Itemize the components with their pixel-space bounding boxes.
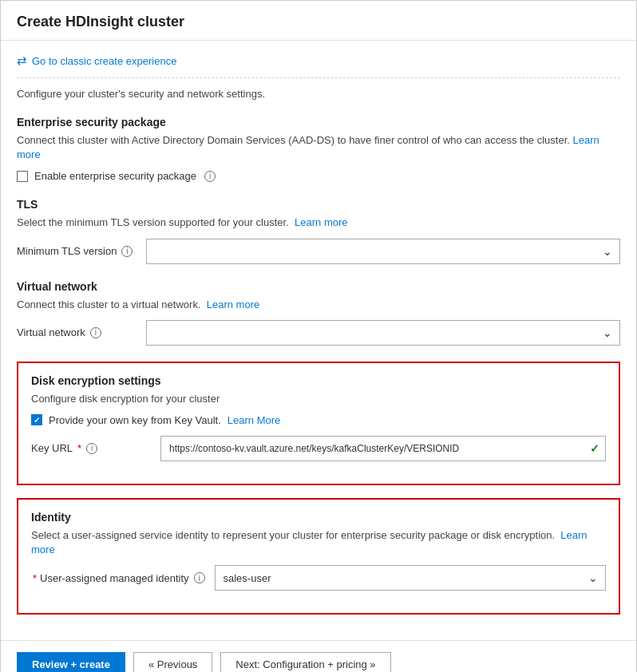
identity-info-icon[interactable]: i: [194, 572, 205, 583]
key-url-info-icon[interactable]: i: [86, 443, 97, 454]
disk-encryption-title: Disk encryption settings: [31, 374, 606, 387]
enterprise-security-checkbox[interactable]: [17, 171, 28, 182]
tls-select[interactable]: TLS 1.0 TLS 1.1 TLS 1.2: [146, 239, 620, 264]
tls-title: TLS: [17, 198, 620, 211]
key-url-input[interactable]: [160, 436, 606, 461]
disk-encryption-checkbox-label[interactable]: Provide your own key from Key Vault.: [49, 414, 221, 426]
tls-field-row: Minimum TLS version i TLS 1.0 TLS 1.1 TL…: [17, 239, 620, 264]
identity-field-row: * User-assigned managed identity i sales…: [31, 565, 606, 591]
enterprise-security-info-icon[interactable]: i: [204, 171, 216, 182]
virtual-network-field-label: Virtual network i: [17, 326, 136, 338]
enterprise-security-checkbox-row: Enable enterprise security package i: [17, 170, 620, 182]
disk-encryption-learn-more[interactable]: Learn More: [228, 414, 280, 426]
identity-required-star: *: [33, 572, 37, 584]
enterprise-security-section: Enterprise security package Connect this…: [17, 116, 620, 182]
classic-create-label: Go to classic create experience: [32, 55, 176, 67]
disk-encryption-section: Disk encryption settings Configure disk …: [17, 362, 620, 485]
enterprise-security-desc: Connect this cluster with Active Directo…: [17, 133, 620, 162]
previous-button[interactable]: « Previous: [133, 652, 212, 672]
key-url-field-row: Key URL * i ✓: [31, 436, 606, 461]
identity-title: Identity: [31, 511, 606, 524]
virtual-network-select-wrapper: vnet1 vnet2: [146, 320, 620, 346]
disk-encryption-checkbox[interactable]: [31, 414, 42, 425]
virtual-network-section: Virtual network Connect this cluster to …: [17, 280, 620, 346]
tls-section: TLS Select the minimum TLS version suppo…: [17, 198, 620, 263]
enterprise-security-title: Enterprise security package: [17, 116, 620, 128]
identity-desc: Select a user-assigned service identity …: [31, 528, 606, 557]
identity-section: Identity Select a user-assigned service …: [17, 498, 620, 615]
key-url-valid-icon: ✓: [590, 442, 599, 455]
virtual-network-learn-more[interactable]: Learn more: [207, 298, 259, 310]
identity-select-wrapper: sales-user identity2: [215, 565, 607, 591]
disk-encryption-checkbox-row: Provide your own key from Key Vault. Lea…: [31, 414, 606, 426]
review-create-button[interactable]: Review + create: [17, 652, 125, 672]
enterprise-security-checkbox-label[interactable]: Enable enterprise security package: [34, 170, 196, 182]
tls-field-label: Minimum TLS version i: [17, 245, 136, 257]
next-button[interactable]: Next: Configuration + pricing »: [220, 652, 390, 672]
identity-field-label: * User-assigned managed identity i: [31, 572, 205, 584]
virtual-network-desc: Connect this cluster to a virtual networ…: [17, 298, 620, 312]
virtual-network-info-icon[interactable]: i: [90, 327, 101, 338]
tls-select-wrapper: TLS 1.0 TLS 1.1 TLS 1.2: [146, 239, 620, 264]
identity-select[interactable]: sales-user identity2: [215, 565, 607, 591]
key-url-field-label: Key URL * i: [31, 442, 151, 454]
virtual-network-field-row: Virtual network i vnet1 vnet2: [17, 320, 620, 346]
disk-encryption-desc: Configure disk encryption for your clust…: [31, 392, 606, 406]
sync-icon: ⇄: [17, 53, 27, 68]
key-url-input-wrapper: ✓: [160, 436, 606, 461]
virtual-network-select[interactable]: vnet1 vnet2: [146, 320, 620, 346]
page-title: Create HDInsight cluster: [17, 14, 620, 30]
footer: Review + create « Previous Next: Configu…: [1, 640, 636, 672]
classic-create-link[interactable]: ⇄ Go to classic create experience: [17, 53, 620, 78]
key-url-required-star: *: [77, 442, 81, 454]
virtual-network-title: Virtual network: [17, 280, 620, 293]
tls-learn-more[interactable]: Learn more: [295, 216, 347, 228]
tls-desc: Select the minimum TLS version supported…: [17, 215, 620, 230]
page-description: Configure your cluster's security and ne…: [17, 88, 620, 100]
tls-info-icon[interactable]: i: [121, 246, 133, 257]
